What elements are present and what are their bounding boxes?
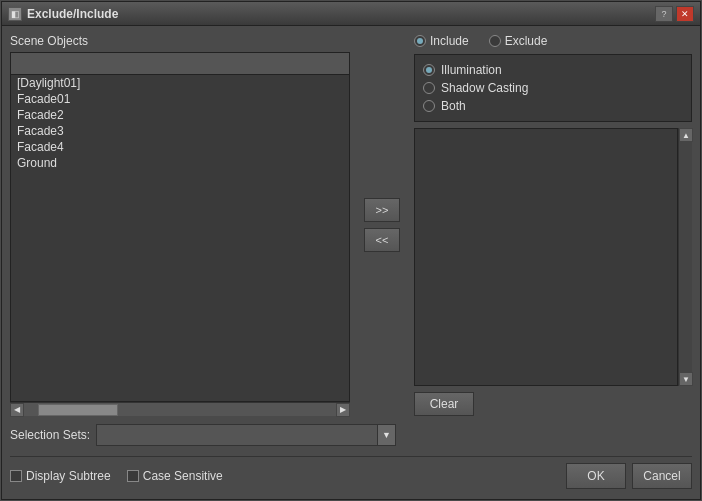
list-item[interactable]: Facade3: [11, 123, 349, 139]
close-button[interactable]: ✕: [676, 6, 694, 22]
scene-objects-list-container: [Daylight01] Facade01 Facade2 Facade3 Fa…: [10, 52, 350, 402]
add-to-list-button[interactable]: >>: [364, 198, 400, 222]
right-panel: Include Exclude Illumination Sh: [414, 34, 692, 416]
include-label: Include: [430, 34, 469, 48]
exclude-radio[interactable]: [489, 35, 501, 47]
clear-button[interactable]: Clear: [414, 392, 474, 416]
options-box: Illumination Shadow Casting Both: [414, 54, 692, 122]
list-item[interactable]: Facade2: [11, 107, 349, 123]
included-area: ▲ ▼: [414, 128, 692, 386]
vertical-scrollbar: ▲ ▼: [678, 128, 692, 386]
title-bar-left: ◧ Exclude/Include: [8, 7, 118, 21]
bottom-bar: Display Subtree Case Sensitive OK Cancel: [10, 456, 692, 491]
display-subtree-label: Display Subtree: [26, 469, 111, 483]
window-title: Exclude/Include: [27, 7, 118, 21]
remove-from-list-button[interactable]: <<: [364, 228, 400, 252]
included-list[interactable]: [414, 128, 678, 386]
selection-sets-dropdown[interactable]: ▼: [378, 424, 396, 446]
selection-sets-input[interactable]: [96, 424, 378, 446]
display-subtree-option[interactable]: Display Subtree: [10, 469, 111, 483]
cancel-button[interactable]: Cancel: [632, 463, 692, 489]
main-area: Scene Objects [Daylight01] Facade01 Faca…: [10, 34, 692, 416]
shadow-casting-radio[interactable]: [423, 82, 435, 94]
include-exclude-row: Include Exclude: [414, 34, 692, 48]
v-scrollbar-track: [679, 142, 692, 372]
scroll-down-arrow[interactable]: ▼: [679, 372, 693, 386]
scene-objects-search[interactable]: [11, 53, 349, 75]
display-subtree-checkbox[interactable]: [10, 470, 22, 482]
shadow-casting-option[interactable]: Shadow Casting: [423, 79, 683, 97]
list-item[interactable]: Facade4: [11, 139, 349, 155]
scene-objects-items: [Daylight01] Facade01 Facade2 Facade3 Fa…: [11, 75, 349, 401]
shadow-casting-label: Shadow Casting: [441, 81, 528, 95]
scroll-up-arrow[interactable]: ▲: [679, 128, 693, 142]
list-scroll-container: [Daylight01] Facade01 Facade2 Facade3 Fa…: [11, 53, 349, 401]
exclude-include-dialog: ◧ Exclude/Include ? ✕ Scene Objects [Day…: [1, 1, 701, 500]
exclude-option[interactable]: Exclude: [489, 34, 548, 48]
title-bar: ◧ Exclude/Include ? ✕: [2, 2, 700, 26]
include-radio[interactable]: [414, 35, 426, 47]
illumination-radio[interactable]: [423, 64, 435, 76]
selection-sets-label: Selection Sets:: [10, 428, 90, 442]
case-sensitive-checkbox[interactable]: [127, 470, 139, 482]
case-sensitive-label: Case Sensitive: [143, 469, 223, 483]
horizontal-scrollbar[interactable]: ◀ ▶: [10, 402, 350, 416]
list-item[interactable]: [Daylight01]: [11, 75, 349, 91]
scene-objects-label: Scene Objects: [10, 34, 350, 48]
selection-sets-row: Selection Sets: ▼: [10, 424, 692, 446]
selection-sets-input-container: ▼: [96, 424, 396, 446]
case-sensitive-option[interactable]: Case Sensitive: [127, 469, 223, 483]
exclude-label: Exclude: [505, 34, 548, 48]
illumination-option[interactable]: Illumination: [423, 61, 683, 79]
scrollbar-thumb[interactable]: [38, 404, 118, 416]
title-buttons: ? ✕: [655, 6, 694, 22]
include-option[interactable]: Include: [414, 34, 469, 48]
illumination-label: Illumination: [441, 63, 502, 77]
both-radio[interactable]: [423, 100, 435, 112]
both-label: Both: [441, 99, 466, 113]
ok-button[interactable]: OK: [566, 463, 626, 489]
scroll-left-arrow[interactable]: ◀: [10, 403, 24, 417]
list-item[interactable]: Facade01: [11, 91, 349, 107]
dialog-content: Scene Objects [Daylight01] Facade01 Faca…: [2, 26, 700, 499]
both-option[interactable]: Both: [423, 97, 683, 115]
clear-btn-row: Clear: [414, 392, 692, 416]
left-panel: Scene Objects [Daylight01] Facade01 Faca…: [10, 34, 350, 416]
window-icon: ◧: [8, 7, 22, 21]
list-item[interactable]: Ground: [11, 155, 349, 171]
help-button[interactable]: ?: [655, 6, 673, 22]
scroll-right-arrow[interactable]: ▶: [336, 403, 350, 417]
middle-buttons: >> <<: [358, 34, 406, 416]
bottom-buttons: OK Cancel: [566, 463, 692, 489]
